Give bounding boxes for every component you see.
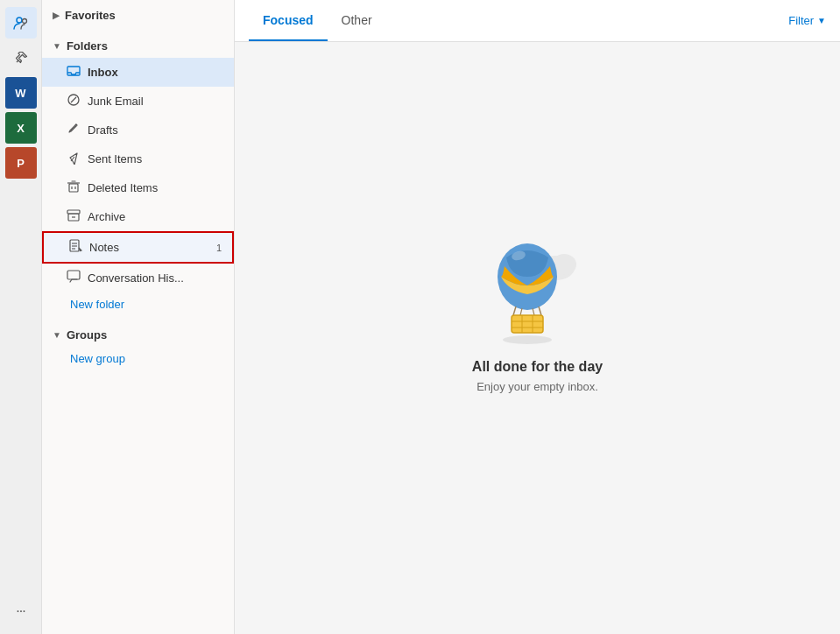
rail-icon-ppt[interactable]: P xyxy=(5,147,37,179)
tab-focused[interactable]: Focused xyxy=(249,1,328,41)
sidebar: ▶ Favorites ▼ Folders Inbox xyxy=(42,0,235,634)
folders-section: ▼ Folders Inbox Junk Email xyxy=(42,31,234,320)
favorites-label: Favorites xyxy=(65,9,116,22)
folders-label: Folders xyxy=(67,39,108,53)
rail-icon-people[interactable] xyxy=(5,7,37,39)
inbox-icon xyxy=(67,64,81,81)
conversation-icon xyxy=(67,270,81,286)
folders-chevron: ▼ xyxy=(53,41,61,51)
archive-icon xyxy=(67,208,81,225)
deleted-label: Deleted Items xyxy=(88,181,158,194)
drafts-icon xyxy=(67,122,81,138)
sent-icon xyxy=(67,151,81,167)
svg-point-1 xyxy=(22,19,26,24)
svg-point-0 xyxy=(17,18,22,23)
deleted-icon xyxy=(67,180,81,196)
rail-icon-word[interactable]: W xyxy=(5,77,37,109)
notes-icon xyxy=(68,239,82,256)
main-content: Focused Other Filter ▼ xyxy=(235,0,840,634)
svg-rect-10 xyxy=(67,210,80,214)
filter-button[interactable]: Filter ▼ xyxy=(788,14,826,27)
inbox-label: Inbox xyxy=(88,66,118,79)
favorites-header[interactable]: ▶ Favorites xyxy=(42,4,234,27)
svg-line-24 xyxy=(539,306,541,315)
drafts-label: Drafts xyxy=(88,123,118,137)
sidebar-item-notes[interactable]: Notes 1 xyxy=(42,231,234,264)
conversation-label: Conversation His... xyxy=(88,271,184,285)
svg-rect-17 xyxy=(67,271,80,279)
sidebar-item-conversation[interactable]: Conversation His... xyxy=(42,264,234,292)
rail-icon-pin[interactable] xyxy=(5,42,37,74)
word-letter: W xyxy=(15,87,25,100)
rail-icon-more[interactable]: ··· xyxy=(5,595,37,627)
svg-line-2 xyxy=(17,60,18,62)
rail-icon-excel[interactable]: X xyxy=(5,112,37,144)
notes-label: Notes xyxy=(89,241,119,254)
sidebar-item-deleted[interactable]: Deleted Items xyxy=(42,173,234,202)
sidebar-item-sent[interactable]: Sent Items xyxy=(42,144,234,173)
app-rail: W X P ··· xyxy=(0,0,42,634)
excel-letter: X xyxy=(17,122,25,135)
favorites-chevron: ▶ xyxy=(53,11,60,20)
archive-label: Archive xyxy=(88,210,125,223)
filter-chevron-icon: ▼ xyxy=(817,16,826,25)
svg-point-32 xyxy=(503,335,552,344)
tabs-header: Focused Other Filter ▼ xyxy=(235,0,840,42)
svg-line-25 xyxy=(520,308,522,315)
favorites-section: ▶ Favorites xyxy=(42,0,234,31)
new-folder-link[interactable]: New folder xyxy=(42,292,234,316)
svg-rect-6 xyxy=(69,184,78,192)
svg-line-23 xyxy=(513,306,516,315)
notes-badge: 1 xyxy=(216,243,222,253)
sidebar-item-junk[interactable]: Junk Email xyxy=(42,87,234,116)
sidebar-item-inbox[interactable]: Inbox xyxy=(42,58,234,87)
empty-subtitle: Enjoy your empty inbox. xyxy=(476,380,598,393)
new-group-link[interactable]: New group xyxy=(42,347,234,370)
svg-line-26 xyxy=(533,308,534,315)
groups-chevron: ▼ xyxy=(53,330,61,340)
tab-other[interactable]: Other xyxy=(328,1,386,41)
sidebar-item-drafts[interactable]: Drafts xyxy=(42,116,234,144)
folders-header[interactable]: ▼ Folders xyxy=(42,34,234,58)
groups-label: Groups xyxy=(67,328,107,342)
groups-section: ▼ Groups New group xyxy=(42,320,234,374)
balloon-illustration xyxy=(485,231,590,345)
groups-header[interactable]: ▼ Groups xyxy=(42,323,234,347)
junk-label: Junk Email xyxy=(88,95,144,108)
empty-title: All done for the day xyxy=(472,359,603,375)
sidebar-item-archive[interactable]: Archive xyxy=(42,202,234,231)
empty-state: All done for the day Enjoy your empty in… xyxy=(235,42,840,634)
junk-icon xyxy=(67,93,81,109)
sent-label: Sent Items xyxy=(88,152,142,166)
ppt-letter: P xyxy=(17,157,25,170)
svg-rect-27 xyxy=(512,315,543,333)
